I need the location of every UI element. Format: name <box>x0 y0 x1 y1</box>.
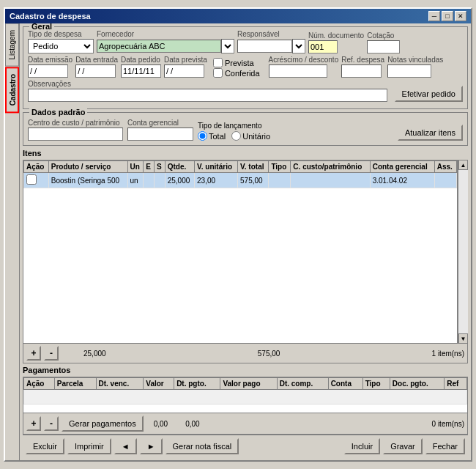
tipo-despesa-select[interactable]: Pedido <box>28 39 94 53</box>
scroll-track[interactable] <box>458 170 468 333</box>
checkboxes-group: Prevista Conferida <box>213 58 260 78</box>
cell-produto: Boostin (Seringa 500 <box>48 173 127 188</box>
gravar-button[interactable]: Gravar <box>383 438 423 454</box>
prevista-checkbox-group: Prevista <box>213 58 260 67</box>
payments-section: Pagamentos Ação Parcela Dt. venc. Valor … <box>23 366 468 435</box>
imprimir-button[interactable]: Imprimir <box>67 438 111 454</box>
data-emissao-field: Data emissão <box>28 56 72 78</box>
conferida-checkbox[interactable] <box>213 68 223 78</box>
conferida-label: Conferida <box>225 69 260 78</box>
data-entrada-label: Data entrada <box>75 56 118 64</box>
table-row[interactable]: Boostin (Seringa 500 un 25,000 23,00 575… <box>24 173 457 188</box>
data-prevista-field: Data prevista <box>164 56 207 78</box>
close-button[interactable]: ✕ <box>455 11 466 21</box>
scroll-down[interactable]: ▼ <box>458 333 468 344</box>
col-acao: Ação <box>24 161 49 173</box>
prev-button[interactable]: ◄ <box>114 438 137 454</box>
items-table: Ação Produto / serviço Un E S Qtde. V. u… <box>23 160 457 188</box>
tab-listagem[interactable]: Listagem <box>5 23 19 67</box>
excluir-button[interactable]: Excluir <box>26 438 64 454</box>
pay-col-tipo: Tipo <box>362 378 390 390</box>
acrescimo-label: Acréscimo / desconto <box>269 56 339 64</box>
gerar-nota-fiscal-button[interactable]: Gerar nota fiscal <box>166 438 239 454</box>
responsavel-select[interactable]: ▼ <box>292 39 305 53</box>
observacoes-field: Observações <box>28 80 387 102</box>
data-entrada-input[interactable] <box>75 64 116 78</box>
total-radio[interactable] <box>198 131 207 141</box>
tipo-lancamento-label: Tipo de lançamento <box>198 122 270 130</box>
minimize-button[interactable]: ─ <box>428 11 440 21</box>
col-e: E <box>144 161 155 173</box>
scroll-up[interactable]: ▲ <box>458 160 468 170</box>
fornecedor-select[interactable]: ▼ <box>221 39 234 53</box>
geral-row2: Data emissão Data entrada Data pedido Da… <box>28 56 463 78</box>
pay-col-conta: Conta <box>328 378 362 390</box>
cell-v-total: 575,00 <box>238 173 269 188</box>
row-checkbox[interactable] <box>26 174 37 185</box>
main-content: Geral Tipo de despesa Pedido Fornecedor … <box>20 23 471 460</box>
pay-col-valor-pago: Valor pago <box>220 378 277 390</box>
data-prevista-input[interactable] <box>164 64 204 78</box>
maximize-button[interactable]: □ <box>442 11 453 21</box>
items-scrollbar[interactable]: ▲ ▼ <box>458 160 468 344</box>
cell-tipo <box>269 173 291 188</box>
ref-despesa-input[interactable] <box>341 64 382 78</box>
unitario-radio[interactable] <box>231 131 241 141</box>
unitario-radio-item: Unitário <box>231 131 270 141</box>
col-s: S <box>155 161 166 173</box>
col-v-unitario: V. unitário <box>195 161 238 173</box>
main-window: Cadastro de despesa ─ □ ✕ Listagem Cadas… <box>4 7 472 462</box>
total-radio-item: Total <box>198 131 226 141</box>
cell-ass <box>434 173 456 188</box>
payments-remove-button[interactable]: - <box>44 416 59 431</box>
acrescimo-field: Acréscimo / desconto <box>269 56 339 78</box>
pay-col-dt-pgto: Dt. pgto. <box>174 378 220 390</box>
pay-col-dt-comp: Dt. comp. <box>277 378 328 390</box>
geral-group: Geral Tipo de despesa Pedido Fornecedor … <box>23 26 468 109</box>
payments-empty-row <box>24 390 467 405</box>
tab-cadastro[interactable]: Cadastro <box>5 67 19 113</box>
conta-gerencial-input[interactable] <box>127 128 193 141</box>
items-table-wrapper: Ação Produto / serviço Un E S Qtde. V. u… <box>23 160 468 344</box>
fornecedor-input[interactable] <box>97 40 221 53</box>
incluir-button[interactable]: Incluir <box>344 438 380 454</box>
acrescimo-input[interactable] <box>269 64 327 78</box>
data-emissao-input[interactable] <box>28 64 68 78</box>
payments-add-button[interactable]: + <box>26 416 41 431</box>
tipo-despesa-field: Tipo de despesa Pedido <box>28 30 94 53</box>
payments-footer-valor: 0,00 <box>154 420 168 428</box>
num-documento-field: Núm. documento <box>308 32 364 53</box>
efetivar-pedido-button[interactable]: Efetivar pedido <box>395 86 463 102</box>
notas-vinculadas-label: Notas vinculadas <box>387 56 443 64</box>
cell-un: un <box>127 173 144 188</box>
items-remove-button[interactable]: - <box>44 346 59 361</box>
notas-vinculadas-input[interactable] <box>387 64 431 78</box>
payments-tbody <box>24 390 467 405</box>
data-pedido-input[interactable] <box>121 64 161 78</box>
col-v-total: V. total <box>238 161 269 173</box>
next-button[interactable]: ► <box>140 438 163 454</box>
centro-custo-input[interactable] <box>28 128 123 141</box>
items-add-button[interactable]: + <box>26 346 41 361</box>
geral-row3: Observações Efetivar pedido <box>28 80 463 102</box>
payments-empty-cell <box>24 390 467 405</box>
payments-footer-valor-pago: 0,00 <box>185 420 199 428</box>
prevista-checkbox[interactable] <box>213 58 223 67</box>
atualizar-itens-button[interactable]: Atualizar itens <box>398 125 463 141</box>
gerar-pagamentos-button[interactable]: Gerar pagamentos <box>62 416 144 432</box>
payments-table: Ação Parcela Dt. venc. Valor Dt. pgto. V… <box>23 377 467 405</box>
observacoes-input[interactable] <box>28 89 387 102</box>
fechar-button[interactable]: Fechar <box>425 438 465 454</box>
items-table-container[interactable]: Ação Produto / serviço Un E S Qtde. V. u… <box>23 160 458 344</box>
responsavel-input[interactable] <box>237 40 292 53</box>
cotacao-input[interactable] <box>367 40 400 53</box>
payments-table-container[interactable]: Ação Parcela Dt. venc. Valor Dt. pgto. V… <box>23 377 468 413</box>
pay-col-parcela: Parcela <box>54 378 96 390</box>
col-conta-gerencial: Conta gerencial <box>370 161 434 173</box>
data-pedido-label: Data pedido <box>121 56 161 64</box>
data-emissao-label: Data emissão <box>28 56 72 64</box>
num-documento-input[interactable] <box>308 40 338 53</box>
data-prevista-label: Data prevista <box>164 56 207 64</box>
fornecedor-label: Fornecedor <box>97 30 234 38</box>
num-documento-label: Núm. documento <box>308 32 364 40</box>
